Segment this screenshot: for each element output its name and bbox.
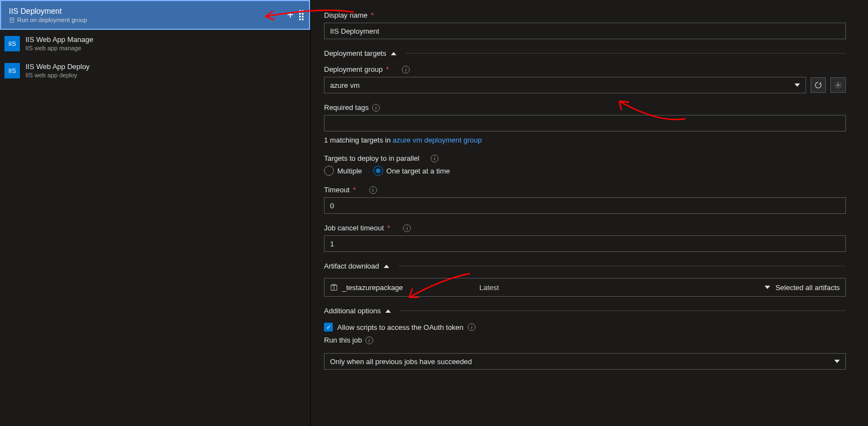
info-icon[interactable]: i: [403, 224, 411, 232]
header-subtitle: Run on deployment group: [9, 17, 87, 23]
refresh-icon: [814, 81, 822, 89]
info-icon[interactable]: i: [402, 66, 410, 73]
run-this-job-label: Run this job i: [324, 336, 846, 344]
settings-button[interactable]: [830, 77, 846, 93]
task-subtitle: IIS web app manage: [25, 45, 93, 51]
task-title: IIS Web App Manage: [25, 35, 93, 44]
chevron-down-icon: [765, 286, 770, 289]
display-name-label: Display name*: [324, 11, 846, 19]
server-icon: [9, 17, 15, 23]
job-cancel-timeout-label: Job cancel timeout* i: [324, 224, 846, 232]
left-task-panel: IIS Deployment Run on deployment group +…: [0, 0, 311, 426]
info-icon[interactable]: i: [369, 186, 377, 194]
deployment-group-label: Deployment group* i: [324, 65, 846, 73]
chevron-up-icon: [385, 309, 391, 313]
section-additional-options[interactable]: Additional options: [324, 307, 846, 315]
info-icon[interactable]: i: [431, 155, 438, 162]
iis-badge-icon: IIS: [4, 63, 20, 78]
iis-badge-icon: IIS: [4, 36, 20, 51]
task-subtitle: IIS web app deploy: [25, 72, 90, 78]
required-tags-label: Required tags i: [324, 103, 846, 112]
task-item[interactable]: IISIIS Web App ManageIIS web app manage: [0, 30, 310, 57]
radio-multiple[interactable]: Multiple: [324, 166, 362, 176]
chevron-down-icon: [834, 360, 840, 363]
properties-panel: Display name* Deployment targets Deploym…: [311, 0, 868, 426]
info-icon[interactable]: i: [372, 104, 380, 112]
radio-one-at-a-time[interactable]: One target at a time: [373, 166, 450, 176]
artifact-status: Selected all artifacts: [776, 283, 840, 292]
task-title: IIS Web App Deploy: [25, 62, 90, 71]
package-icon: [330, 283, 338, 291]
info-icon[interactable]: i: [365, 336, 373, 344]
section-artifact-download[interactable]: Artifact download: [324, 262, 846, 270]
deployment-group-select[interactable]: azure vm: [324, 77, 806, 93]
oauth-label: Allow scripts to access the OAuth token: [337, 323, 463, 332]
chevron-up-icon: [391, 52, 396, 55]
timeout-input[interactable]: [324, 197, 846, 214]
timeout-label: Timeout* i: [324, 186, 846, 194]
refresh-button[interactable]: [811, 77, 826, 93]
deployment-group-header[interactable]: IIS Deployment Run on deployment group +: [0, 0, 310, 30]
section-deployment-targets[interactable]: Deployment targets: [324, 49, 846, 57]
required-tags-input[interactable]: [324, 115, 846, 132]
run-this-job-select[interactable]: Only when all previous jobs have succeed…: [324, 353, 846, 370]
matching-targets-text: 1 matching targets in azure vm deploymen…: [324, 136, 846, 144]
info-icon[interactable]: i: [468, 323, 475, 331]
drag-handle-icon[interactable]: [299, 10, 304, 20]
gear-icon: [834, 81, 842, 89]
display-name-input[interactable]: [324, 23, 846, 39]
oauth-checkbox[interactable]: ✓: [324, 323, 333, 332]
svg-point-3: [837, 84, 839, 86]
parallel-label: Targets to deploy to in parallel i: [324, 154, 846, 162]
chevron-down-icon: [794, 83, 800, 87]
add-task-icon[interactable]: +: [287, 9, 294, 22]
chevron-up-icon: [384, 265, 389, 268]
task-item[interactable]: IISIIS Web App DeployIIS web app deploy: [0, 57, 310, 84]
job-cancel-timeout-input[interactable]: [324, 235, 846, 252]
header-title: IIS Deployment: [9, 7, 87, 15]
artifact-row[interactable]: _testazurepackage Latest Selected all ar…: [324, 278, 846, 297]
deployment-group-link[interactable]: azure vm deployment group: [393, 136, 482, 144]
